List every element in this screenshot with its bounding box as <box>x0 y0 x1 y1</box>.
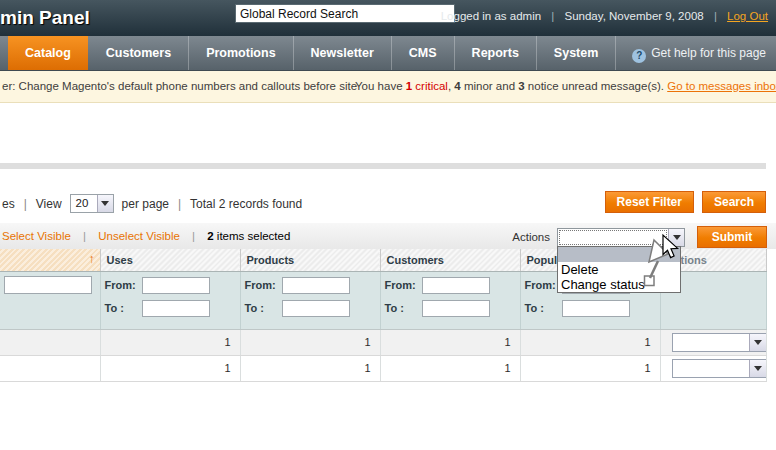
selected-suffix: items selected <box>214 230 291 242</box>
filter-popularity-to-input[interactable] <box>562 300 630 317</box>
pager-row: es | View 20 per page | Total 2 records … <box>0 190 776 216</box>
separator-bar <box>0 163 766 169</box>
view-label: View <box>36 197 62 211</box>
dropdown-option-delete[interactable]: Delete <box>558 262 680 277</box>
per-page-label: per page <box>122 197 169 211</box>
tab-promotions[interactable]: Promotions <box>189 36 293 70</box>
row-action-select[interactable] <box>672 359 767 378</box>
per-page-select[interactable]: 20 <box>70 194 114 213</box>
current-date-text: Sunday, November 9, 2008 <box>565 10 704 22</box>
row-action-select[interactable] <box>672 333 767 352</box>
main-nav: Catalog Customers Promotions Newsletter … <box>0 36 776 71</box>
admin-panel-title: min Panel <box>0 7 90 29</box>
search-button[interactable]: Search <box>702 191 766 213</box>
dropdown-option-empty[interactable] <box>558 247 680 262</box>
tab-cms[interactable]: CMS <box>392 36 455 70</box>
tab-customers[interactable]: Customers <box>89 36 189 70</box>
notice-bar: er: Change Magento's default phone numbe… <box>0 71 776 103</box>
dropdown-option-change-status[interactable]: Change status <box>558 277 680 292</box>
popularity-value: 1 <box>520 355 660 381</box>
actions-label: Actions <box>512 231 550 243</box>
tab-reports[interactable]: Reports <box>455 36 537 70</box>
filter-uses-to-input[interactable] <box>142 300 210 317</box>
column-header-products[interactable]: Products <box>240 249 380 271</box>
chevron-down-icon <box>749 360 766 377</box>
pager-controls: es | View 20 per page | Total 2 records … <box>2 194 302 213</box>
actions-select[interactable] <box>557 228 685 247</box>
sort-ascending-icon: ↑ <box>89 252 95 266</box>
logged-in-text: Logged in as admin <box>441 10 541 22</box>
selection-links: Select Visible | Unselect Visible | 2 it… <box>2 230 290 242</box>
session-info: Logged in as admin | Sunday, November 9,… <box>441 10 768 22</box>
column-header-code-sorted[interactable]: ↑ <box>0 249 100 271</box>
filter-customers-to-input[interactable] <box>422 300 490 317</box>
submit-button[interactable]: Submit <box>697 226 767 248</box>
popularity-value: 1 <box>520 329 660 355</box>
massaction-controls: Actions Submit <box>512 226 767 248</box>
reset-filter-button[interactable]: Reset Filter <box>605 191 694 213</box>
tab-system[interactable]: System <box>537 36 616 70</box>
top-header-bar: min Panel Logged in as admin | Sunday, N… <box>0 0 776 36</box>
global-search-input[interactable] <box>235 4 455 23</box>
filter-customers-from-input[interactable] <box>422 277 490 294</box>
column-header-customers[interactable]: Customers <box>380 249 520 271</box>
messages-summary: You have 1 critical, 4 minor and 3 notic… <box>355 80 776 92</box>
customers-value: 1 <box>380 355 520 381</box>
table-row[interactable]: 1 1 1 1 <box>0 329 766 355</box>
table-row[interactable]: 1 1 1 1 <box>0 355 766 381</box>
critical-word: critical <box>412 80 448 92</box>
pages-text-fragment: es <box>2 197 15 211</box>
total-records-text: Total 2 records found <box>190 197 302 211</box>
session-separator: | <box>551 10 554 22</box>
session-separator: | <box>714 10 717 22</box>
question-icon: ? <box>632 49 646 63</box>
help-link[interactable]: ?Get help for this page <box>632 36 766 71</box>
chevron-down-icon[interactable] <box>668 229 684 246</box>
uses-value: 1 <box>100 329 240 355</box>
filter-uses-from-input[interactable] <box>142 277 210 294</box>
messages-prefix: You have <box>355 80 406 92</box>
chevron-down-icon <box>749 334 766 351</box>
products-value: 1 <box>240 329 380 355</box>
uses-value: 1 <box>100 355 240 381</box>
tab-catalog[interactable]: Catalog <box>8 36 88 70</box>
help-link-label: Get help for this page <box>651 46 766 60</box>
filter-products-from-input[interactable] <box>282 277 350 294</box>
actions-dropdown-list: Delete Change status <box>557 246 681 293</box>
chevron-down-icon <box>97 195 113 212</box>
messages-inbox-link[interactable]: Go to messages inbox. <box>667 80 776 92</box>
unselect-visible-link[interactable]: Unselect Visible <box>98 230 180 242</box>
select-visible-link[interactable]: Select Visible <box>2 230 71 242</box>
magento-admin-screen: min Panel Logged in as admin | Sunday, N… <box>0 0 776 450</box>
grid-buttons: Reset Filter Search <box>605 191 766 213</box>
logout-link[interactable]: Log Out <box>727 10 768 22</box>
tab-newsletter[interactable]: Newsletter <box>294 36 392 70</box>
customers-value: 1 <box>380 329 520 355</box>
filter-code-input[interactable] <box>4 276 92 294</box>
notice-reminder-text: er: Change Magento's default phone numbe… <box>2 80 357 92</box>
column-header-uses[interactable]: Uses <box>100 249 240 271</box>
filter-products-to-input[interactable] <box>282 300 350 317</box>
products-value: 1 <box>240 355 380 381</box>
